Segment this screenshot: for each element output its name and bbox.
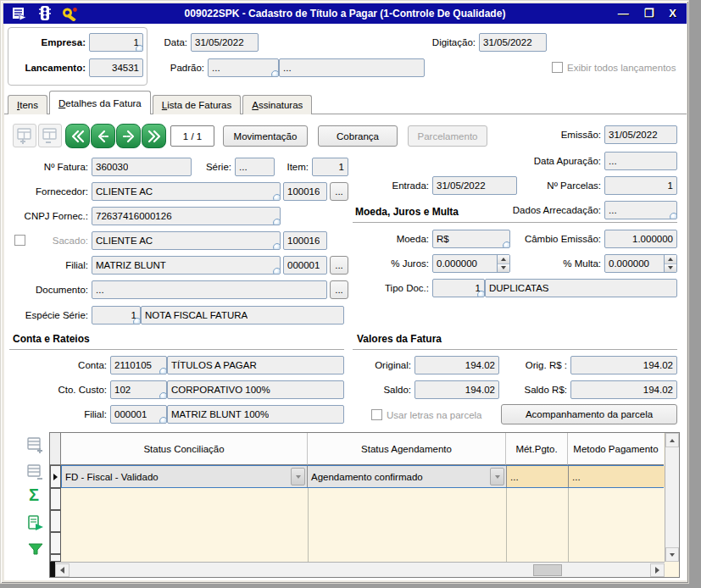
juros-spinner[interactable] — [497, 255, 509, 272]
documento-browse-button[interactable]: ... — [330, 280, 348, 299]
cambio-field[interactable]: 1.000000 — [604, 230, 677, 248]
lookup-icon[interactable] — [136, 45, 143, 52]
padrao-code-field[interactable]: ... — [208, 58, 279, 77]
next-record-button[interactable] — [116, 124, 141, 148]
filial-code-field[interactable]: 000001 — [283, 256, 327, 275]
filter-icon[interactable] — [27, 541, 44, 557]
especie-desc-field[interactable]: NOTA FISCAL FATURA — [141, 306, 344, 325]
filial-field[interactable]: MATRIZ BLUNT — [92, 256, 281, 275]
entrada-field[interactable]: 31/05/2022 — [432, 176, 517, 195]
saldo-field[interactable]: 194.02 — [414, 380, 499, 399]
parcelas-field[interactable]: 1 — [604, 176, 677, 195]
fornecedor-code-field[interactable]: 100016 — [283, 182, 327, 201]
delete-record-button[interactable] — [38, 124, 62, 147]
lookup-icon[interactable] — [477, 291, 485, 297]
rateio-filial-desc-field[interactable]: MATRIZ BLUNT 100% — [167, 405, 344, 424]
lancamento-field[interactable]: 34531 — [89, 58, 143, 77]
cto-custo-code-field[interactable]: 102 — [110, 380, 167, 399]
padrao-desc-field[interactable]: ... — [279, 58, 425, 77]
data-apuracao-field[interactable]: ... — [604, 152, 677, 170]
sacado-code-field[interactable]: 100016 — [283, 231, 327, 250]
status-conciliacao-cell[interactable]: FD - Fiscal - Validado — [62, 466, 308, 487]
previous-record-button[interactable] — [91, 124, 115, 148]
documento-field[interactable]: ... — [92, 280, 327, 299]
scroll-down-button[interactable] — [665, 547, 679, 562]
lookup-icon[interactable] — [273, 243, 281, 250]
cto-custo-desc-field[interactable]: CORPORATIVO 100% — [167, 380, 344, 399]
emissao-field[interactable]: 31/05/2022 — [604, 125, 677, 144]
grid-vertical-scrollbar[interactable] — [665, 433, 679, 562]
lookup-icon[interactable] — [159, 392, 167, 399]
minimize-button[interactable]: — — [618, 3, 629, 24]
valores-section-title: Valores da Fatura — [357, 333, 442, 345]
lookup-icon[interactable] — [159, 368, 167, 374]
tipo-doc-desc-field[interactable]: DUPLICATAS — [485, 279, 677, 297]
parcelamento-button[interactable]: Parcelamento — [408, 125, 487, 147]
cnpj-field[interactable]: 72637416000126 — [92, 207, 281, 225]
metodo-pagamento-cell[interactable]: ... — [569, 466, 665, 487]
lookup-icon[interactable] — [273, 219, 281, 225]
sum-icon[interactable]: Σ — [29, 485, 39, 505]
lookup-icon[interactable] — [273, 268, 281, 275]
fornecedor-field[interactable]: CLIENTE AC — [92, 182, 281, 201]
juros-field[interactable]: 0.000000 — [432, 254, 510, 273]
scroll-right-button[interactable] — [650, 563, 665, 577]
cobranca-button[interactable]: Cobrança — [318, 125, 398, 147]
original-field[interactable]: 194.02 — [414, 356, 499, 374]
serie-field[interactable]: ... — [235, 158, 275, 176]
scrollbar-corner — [665, 563, 679, 577]
tipo-doc-code-field[interactable]: 1 — [432, 279, 485, 297]
dropdown-button[interactable] — [291, 468, 305, 485]
form-icon[interactable] — [10, 5, 29, 22]
wrench-icon[interactable] — [61, 5, 80, 22]
arrecadacao-field[interactable]: ... — [604, 201, 677, 219]
lookup-icon[interactable] — [271, 70, 279, 77]
exibir-todos-checkbox[interactable] — [552, 62, 563, 73]
add-record-button[interactable] — [13, 124, 36, 147]
filial-browse-button[interactable]: ... — [330, 256, 348, 275]
sacado-checkbox[interactable] — [14, 235, 25, 246]
empresa-field[interactable]: 1 — [89, 33, 143, 52]
tab-lista-de-faturas[interactable]: Lista de Faturas — [153, 95, 241, 114]
lookup-icon[interactable] — [273, 194, 281, 201]
tab-detalhes-da-fatura[interactable]: Detalhes da Fatura — [49, 91, 151, 114]
multa-spinner[interactable] — [664, 255, 676, 272]
item-field[interactable]: 1 — [312, 158, 348, 176]
movimentacao-button[interactable]: Movimentação — [223, 125, 308, 147]
lookup-icon[interactable] — [133, 318, 141, 325]
saldo-rs-field[interactable]: 194.02 — [570, 380, 677, 399]
fornecedor-browse-button[interactable]: ... — [330, 182, 348, 201]
maximize-button[interactable]: ❐ — [644, 3, 654, 24]
tab-assinaturas[interactable]: Assinaturas — [242, 95, 312, 114]
export-icon[interactable] — [26, 514, 45, 533]
scrollbar-thumb[interactable] — [533, 564, 562, 576]
grid-delete-row-icon[interactable] — [26, 463, 43, 484]
orig-rs-field[interactable]: 194.02 — [570, 356, 677, 374]
scroll-up-button[interactable] — [665, 433, 679, 447]
met-pgto-cell[interactable]: ... — [507, 466, 569, 487]
tab-itens[interactable]: Itens — [8, 95, 47, 114]
rateio-filial-code-field[interactable]: 000001 — [110, 405, 167, 424]
data-field[interactable]: 31/05/2022 — [191, 33, 259, 52]
close-button[interactable]: X — [669, 3, 676, 24]
multa-field[interactable]: 0.000000 — [604, 254, 677, 273]
conta-desc-field[interactable]: TÍTULOS A PAGAR — [167, 356, 344, 374]
grid-horizontal-scrollbar[interactable] — [55, 562, 665, 577]
status-agendamento-cell[interactable]: Agendamento confirmado — [308, 466, 507, 487]
digitacao-field[interactable]: 31/05/2022 — [479, 33, 547, 52]
grid-add-row-icon[interactable] — [26, 436, 43, 457]
scroll-left-button[interactable] — [55, 563, 70, 577]
sacado-field[interactable]: CLIENTE AC — [92, 231, 281, 250]
num-fatura-field[interactable]: 360030 — [92, 158, 192, 176]
first-record-button[interactable] — [65, 124, 90, 148]
last-record-button[interactable] — [142, 124, 166, 148]
usar-letras-checkbox[interactable] — [371, 409, 382, 420]
lookup-icon[interactable] — [670, 213, 677, 219]
lookup-icon[interactable] — [159, 417, 167, 424]
moeda-field[interactable]: R$ — [432, 230, 510, 248]
acompanhamento-button[interactable]: Acompanhamento da parcela — [501, 404, 677, 424]
traffic-light-icon[interactable] — [36, 5, 54, 22]
dropdown-button[interactable] — [490, 468, 504, 485]
conta-code-field[interactable]: 2110105 — [110, 356, 167, 374]
especie-code-field[interactable]: 1 — [92, 306, 141, 325]
